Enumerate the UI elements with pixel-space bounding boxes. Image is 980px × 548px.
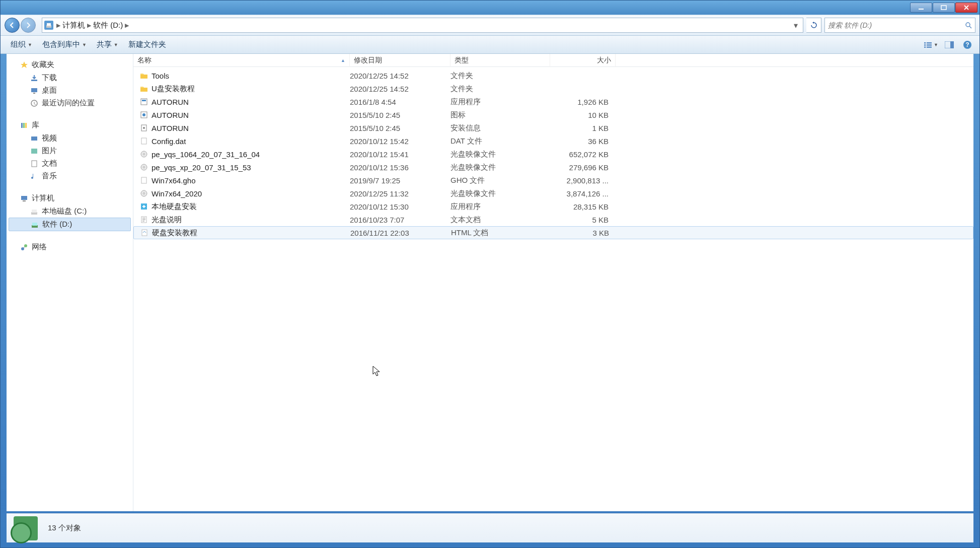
file-name: Config.dat <box>152 137 186 146</box>
file-name: Win7x64_2020 <box>152 189 202 198</box>
refresh-button[interactable] <box>806 18 821 33</box>
sidebar-item-label: 软件 (D:) <box>42 220 72 229</box>
file-icon <box>139 136 148 146</box>
file-row[interactable]: Win7x64_20202020/12/25 11:32光盘映像文件3,874,… <box>133 187 973 200</box>
file-row[interactable]: pe_yqs_xp_20_07_31_15_532020/10/12 15:36… <box>133 161 973 174</box>
file-date: 2020/12/25 14:52 <box>350 72 450 80</box>
file-row[interactable]: Win7x64.gho2019/9/7 19:25GHO 文件2,900,813… <box>133 174 973 187</box>
svg-rect-34 <box>142 100 146 101</box>
svg-rect-44 <box>141 177 146 183</box>
status-text: 13 个对象 <box>48 523 81 533</box>
ico-icon <box>139 110 148 119</box>
svg-rect-10 <box>927 46 932 48</box>
toolbar-right: ▼ ? <box>924 39 974 51</box>
maximize-button[interactable] <box>933 3 955 13</box>
file-row[interactable]: AUTORUN2015/5/10 2:45图标10 KB <box>133 108 973 121</box>
picture-icon <box>30 147 39 156</box>
column-size[interactable]: 大小 <box>550 54 616 67</box>
help-button[interactable]: ? <box>960 39 974 51</box>
address-dropdown[interactable]: ▾ <box>791 21 801 30</box>
file-row[interactable]: Config.dat2020/10/12 15:42DAT 文件36 KB <box>133 134 973 148</box>
file-row[interactable]: pe_yqs_1064_20_07_31_16_042020/10/12 15:… <box>133 148 973 161</box>
sidebar-network-header[interactable]: 网络 <box>7 240 133 254</box>
file-date: 2020/10/12 15:36 <box>350 163 450 172</box>
file-icon <box>139 176 148 185</box>
file-size: 279,696 KB <box>550 163 613 172</box>
sidebar-item-drive-c[interactable]: 本地磁盘 (C:) <box>7 205 133 218</box>
breadcrumb-computer[interactable]: 计算机 <box>61 21 86 30</box>
recent-icon <box>30 99 39 108</box>
include-label: 包含到库中 <box>42 40 80 49</box>
column-date[interactable]: 修改日期 <box>350 54 450 67</box>
organize-label: 组织 <box>11 40 26 49</box>
sidebar-item-drive-d[interactable]: 软件 (D:) <box>9 218 131 231</box>
file-name: Tools <box>152 72 169 80</box>
back-button[interactable] <box>5 18 20 33</box>
library-icon <box>20 121 29 130</box>
computer-label: 计算机 <box>32 193 54 203</box>
svg-rect-26 <box>23 200 26 201</box>
file-size: 3 KB <box>551 229 613 237</box>
svg-rect-20 <box>23 123 25 128</box>
svg-rect-19 <box>21 123 23 128</box>
file-row[interactable]: AUTORUN2016/1/8 4:54应用程序1,926 KB <box>133 95 973 108</box>
svg-rect-3 <box>47 23 51 26</box>
close-button[interactable] <box>955 3 977 13</box>
file-name: AUTORUN <box>152 124 189 132</box>
status-bar: 13 个对象 <box>7 513 973 542</box>
share-menu[interactable]: 共享 ▼ <box>92 38 123 51</box>
sidebar-item-downloads[interactable]: 下载 <box>7 72 133 84</box>
svg-rect-28 <box>32 210 37 213</box>
download-icon <box>30 74 39 83</box>
file-row[interactable]: Tools2020/12/25 14:52文件夹 <box>133 69 973 82</box>
file-date: 2015/5/10 2:45 <box>350 124 450 132</box>
view-mode-button[interactable]: ▼ <box>924 39 938 51</box>
sidebar-computer-header[interactable]: 计算机 <box>7 191 133 205</box>
file-type: 光盘映像文件 <box>450 189 550 198</box>
preview-pane-button[interactable] <box>942 39 956 51</box>
libraries-group: 库 视频 图片 文档 音乐 <box>7 118 133 182</box>
file-date: 2016/10/23 7:07 <box>350 216 450 224</box>
sidebar-item-label: 图片 <box>42 146 57 156</box>
search-input[interactable] <box>828 21 965 29</box>
minimize-button[interactable] <box>910 3 932 13</box>
navigation-pane: 收藏夹 下载 桌面 最近访问的位置 库 <box>7 54 133 511</box>
forward-button[interactable] <box>21 18 36 33</box>
sidebar-item-label: 本地磁盘 (C:) <box>42 207 87 216</box>
column-type[interactable]: 类型 <box>450 54 550 67</box>
sidebar-item-label: 音乐 <box>42 171 57 181</box>
include-in-library-menu[interactable]: 包含到库中 ▼ <box>37 38 92 51</box>
file-type: DAT 文件 <box>450 136 550 146</box>
breadcrumb-drive[interactable]: 软件 (D:) <box>92 21 124 30</box>
file-row[interactable]: 硬盘安装教程2016/11/21 22:03HTML 文档3 KB <box>133 226 973 239</box>
svg-rect-22 <box>31 136 37 141</box>
sidebar-item-recent[interactable]: 最近访问的位置 <box>7 97 133 109</box>
file-list[interactable]: Tools2020/12/25 14:52文件夹U盘安装教程2020/12/25… <box>133 67 973 511</box>
organize-menu[interactable]: 组织 ▼ <box>6 38 37 51</box>
sidebar-item-desktop[interactable]: 桌面 <box>7 84 133 97</box>
address-bar[interactable]: ▶ 计算机 ▶ 软件 (D:) ▶ ▾ <box>42 18 803 33</box>
chevron-down-icon: ▼ <box>28 42 32 47</box>
file-row[interactable]: 本地硬盘安装2020/10/12 15:30应用程序28,315 KB <box>133 200 973 213</box>
svg-rect-1 <box>941 6 946 10</box>
txt-icon <box>139 215 148 224</box>
sidebar-libraries-header[interactable]: 库 <box>7 118 133 132</box>
file-row[interactable]: AUTORUN2015/5/10 2:45安装信息1 KB <box>133 121 973 134</box>
search-box[interactable] <box>824 18 975 33</box>
file-date: 2020/10/12 15:42 <box>350 137 450 146</box>
sidebar-item-documents[interactable]: 文档 <box>7 157 133 170</box>
file-type: 应用程序 <box>450 202 550 212</box>
file-row[interactable]: 光盘说明2016/10/23 7:07文本文档5 KB <box>133 213 973 226</box>
sidebar-item-pictures[interactable]: 图片 <box>7 145 133 157</box>
sidebar-favorites-header[interactable]: 收藏夹 <box>7 58 133 72</box>
network-group: 网络 <box>7 240 133 254</box>
file-name: Win7x64.gho <box>152 176 196 185</box>
new-folder-button[interactable]: 新建文件夹 <box>123 38 171 51</box>
column-name[interactable]: 名称 ▲ <box>133 54 350 67</box>
html-icon <box>140 228 149 237</box>
file-type: 图标 <box>450 110 550 120</box>
file-type: 光盘映像文件 <box>450 163 550 172</box>
sidebar-item-videos[interactable]: 视频 <box>7 132 133 145</box>
file-row[interactable]: U盘安装教程2020/12/25 14:52文件夹 <box>133 82 973 95</box>
sidebar-item-music[interactable]: 音乐 <box>7 170 133 182</box>
